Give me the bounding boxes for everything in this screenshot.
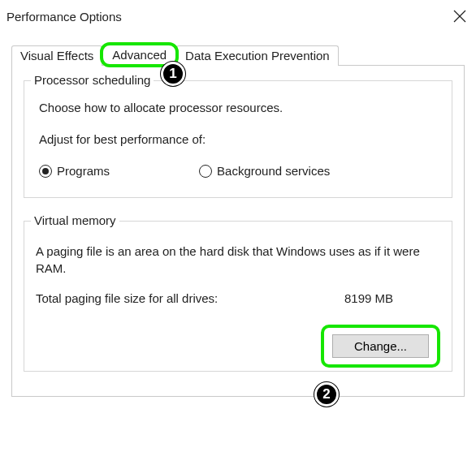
window-title: Performance Options [5,10,122,24]
group-title-processor: Processor scheduling [31,73,154,87]
radio-icon [39,165,52,178]
change-highlight: Change... [321,325,440,368]
tab-advanced[interactable]: Advanced [102,44,177,66]
processor-desc: Choose how to allocate processor resourc… [39,101,440,114]
tab-strip: Visual Effects Advanced Data Execution P… [11,44,465,66]
tab-panel-advanced: Processor scheduling Choose how to alloc… [11,65,465,397]
radio-group: Programs Background services [39,164,440,178]
radio-icon [199,165,212,178]
content-area: Visual Effects Advanced Data Execution P… [0,44,476,397]
adjust-label: Adjust for best performance of: [39,132,440,146]
group-processor-scheduling: Processor scheduling Choose how to alloc… [24,80,452,198]
radio-programs-label: Programs [57,164,110,178]
group-title-vm: Virtual memory [31,213,119,227]
annotation-badge-1: 1 [161,62,185,86]
tab-visual-effects[interactable]: Visual Effects [11,45,102,66]
titlebar: Performance Options [0,0,476,32]
annotation-badge-2: 2 [314,382,339,407]
radio-background[interactable]: Background services [199,164,330,178]
vm-desc: A paging file is an area on the hard dis… [36,243,440,277]
tab-dep[interactable]: Data Execution Prevention [176,45,339,66]
radio-background-label: Background services [217,164,330,178]
vm-total-value: 8199 MB [344,291,393,305]
change-row: Change... [36,325,440,368]
change-button[interactable]: Change... [332,334,429,358]
vm-total-label: Total paging file size for all drives: [36,291,344,305]
vm-total-row: Total paging file size for all drives: 8… [36,291,440,305]
radio-programs[interactable]: Programs [39,164,110,178]
group-virtual-memory: Virtual memory A paging file is an area … [24,221,452,372]
close-icon[interactable] [453,10,466,23]
